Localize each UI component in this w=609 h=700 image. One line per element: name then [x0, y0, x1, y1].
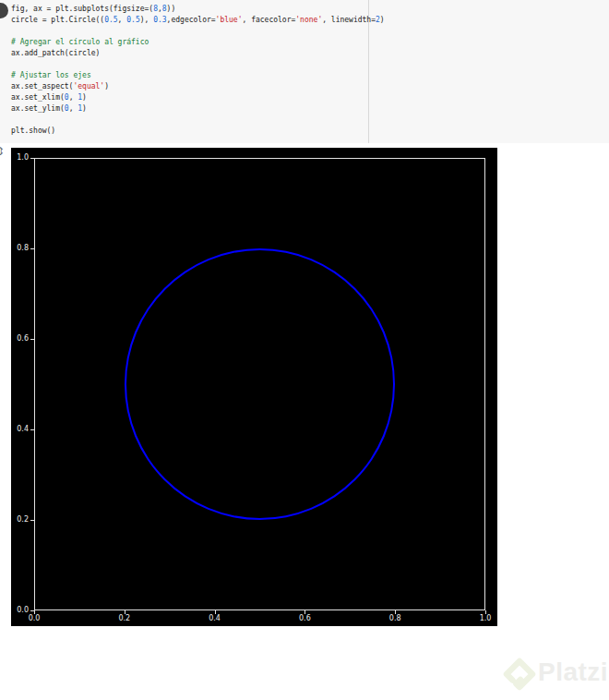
y-tick-label: 0.2	[8, 515, 29, 524]
code-line	[11, 115, 592, 126]
code-line	[11, 59, 592, 70]
y-tick-label: 0.8	[8, 244, 29, 252]
circle-patch	[125, 248, 395, 520]
x-tick-label: 0.2	[113, 614, 136, 622]
y-tick-label: 0.6	[8, 334, 29, 343]
code-line: ax.set_ylim(0, 1)	[11, 103, 592, 115]
x-tick-label: 1.0	[474, 614, 496, 622]
y-tick-label: 0.4	[8, 425, 29, 433]
code-line: fig, ax = plt.subplots(figsize=(8,8))	[11, 4, 592, 15]
code-line	[11, 26, 592, 37]
code-line: # Agregar el círculo al gráfico	[11, 37, 592, 48]
y-tick-mark	[30, 429, 34, 430]
run-cell-button[interactable]	[0, 3, 8, 18]
y-tick-mark	[30, 339, 34, 340]
x-tick-label: 0.6	[293, 614, 316, 622]
y-tick-mark	[30, 610, 34, 611]
x-tick-label: 0.0	[23, 614, 45, 622]
code-editor[interactable]: fig, ax = plt.subplots(figsize=(8,8))cir…	[11, 4, 592, 137]
y-tick-mark	[30, 520, 34, 521]
x-tick-label: 0.8	[384, 614, 406, 622]
platzi-logo-icon	[501, 656, 538, 693]
y-tick-label: 0.0	[8, 606, 29, 614]
notebook-page: fig, ax = plt.subplots(figsize=(8,8))cir…	[0, 0, 609, 700]
platzi-wordmark: Platzi	[538, 658, 608, 687]
output-resize-icon[interactable]: ⇕	[0, 144, 8, 159]
code-cell: fig, ax = plt.subplots(figsize=(8,8))cir…	[0, 0, 609, 143]
y-tick-mark	[30, 248, 34, 249]
code-line: ax.add_patch(circle)	[11, 48, 592, 59]
y-tick-mark	[30, 158, 34, 159]
plot-output-image: 0.00.20.40.60.81.00.00.20.40.60.81.0	[11, 148, 497, 626]
code-line: # Ajustar los ejes	[11, 70, 592, 81]
y-tick-label: 1.0	[8, 153, 29, 162]
code-line: ax.set_xlim(0, 1)	[11, 92, 592, 103]
code-line: ax.set_aspect('equal')	[11, 81, 592, 92]
x-tick-label: 0.4	[204, 614, 226, 622]
platzi-watermark: Platzi	[499, 652, 609, 696]
code-line: circle = plt.Circle((0.5, 0.5), 0.3,edge…	[11, 15, 592, 26]
code-line: plt.show()	[11, 126, 592, 137]
